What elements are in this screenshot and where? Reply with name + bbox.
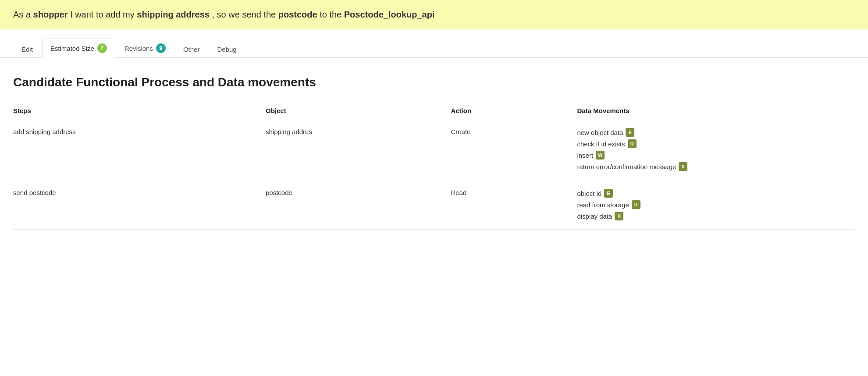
cell-object-1: postcode [266, 180, 451, 230]
dm-text-0-1: check if id exists [577, 140, 625, 148]
tab-edit[interactable]: Edit [13, 41, 41, 58]
dm-badge-0-3: X [679, 162, 687, 171]
dm-item-0-3: return error/confirmation messageX [577, 162, 855, 171]
main-content: Candidate Functional Process and Data mo… [0, 58, 868, 247]
dm-badge-0-0: E [626, 128, 634, 137]
col-header-object: Object [266, 103, 451, 119]
tab-debug[interactable]: Debug [209, 41, 245, 58]
dm-badge-0-1: R [628, 139, 637, 148]
data-table: Steps Object Action Data Movements add s… [13, 103, 855, 230]
cell-step-0: add shipping address [13, 119, 266, 180]
table-body: add shipping addressshipping addresCreat… [13, 119, 855, 230]
cell-data-movements-1: object idEread from storageRdisplay data… [577, 180, 855, 230]
dm-item-0-2: insertW [577, 151, 855, 160]
dm-badge-1-1: R [632, 200, 640, 209]
tab-revisions[interactable]: Revisions 9 [116, 39, 174, 58]
tab-estimated-size-badge: 7 [97, 43, 107, 53]
tab-edit-label: Edit [21, 46, 33, 53]
cell-object-0: shipping addres [266, 119, 451, 180]
banner-bold-api: Posctode_lookup_api [344, 10, 435, 19]
banner-bold-postcode: postcode [278, 10, 317, 19]
col-header-action: Action [451, 103, 577, 119]
cell-action-1: Read [451, 180, 577, 230]
banner-text: As a shopper I want to add my shipping a… [13, 10, 434, 19]
dm-badge-0-2: W [596, 151, 605, 160]
dm-text-0-0: new object data [577, 129, 623, 136]
tab-other[interactable]: Other [175, 41, 208, 58]
banner-bold-shipping: shipping address [137, 10, 210, 19]
tabs-container: Edit Estimated Size 7 Revisions 9 Other … [0, 29, 868, 58]
tab-other-label: Other [183, 46, 200, 53]
tab-estimated-size-label: Estimated Size [50, 45, 94, 52]
table-header: Steps Object Action Data Movements [13, 103, 855, 119]
tab-revisions-badge: 9 [156, 43, 166, 53]
tab-revisions-label: Revisions [125, 45, 153, 52]
dm-text-0-3: return error/confirmation message [577, 163, 676, 170]
dm-item-0-1: check if id existsR [577, 139, 855, 148]
dm-text-1-2: display data [577, 213, 612, 220]
banner-bold-shopper: shopper [33, 10, 68, 19]
col-header-data-movements: Data Movements [577, 103, 855, 119]
dm-text-1-1: read from storage [577, 201, 629, 209]
col-header-steps: Steps [13, 103, 266, 119]
dm-badge-1-2: X [615, 212, 623, 220]
table-row: add shipping addressshipping addresCreat… [13, 119, 855, 180]
cell-data-movements-0: new object dataEcheck if id existsRinser… [577, 119, 855, 180]
dm-text-0-2: insert [577, 152, 593, 159]
dm-item-1-1: read from storageR [577, 200, 855, 209]
tab-debug-label: Debug [217, 46, 236, 53]
dm-badge-1-0: E [604, 189, 613, 198]
story-banner: As a shopper I want to add my shipping a… [0, 0, 868, 29]
table-row: send postcodepostcodeReadobject idEread … [13, 180, 855, 230]
dm-text-1-0: object id [577, 190, 601, 197]
cell-action-0: Create [451, 119, 577, 180]
cell-step-1: send postcode [13, 180, 266, 230]
dm-item-1-2: display dataX [577, 212, 855, 220]
tab-estimated-size[interactable]: Estimated Size 7 [42, 39, 115, 58]
section-title: Candidate Functional Process and Data mo… [13, 75, 855, 89]
dm-item-1-0: object idE [577, 189, 855, 198]
dm-item-0-0: new object dataE [577, 128, 855, 137]
